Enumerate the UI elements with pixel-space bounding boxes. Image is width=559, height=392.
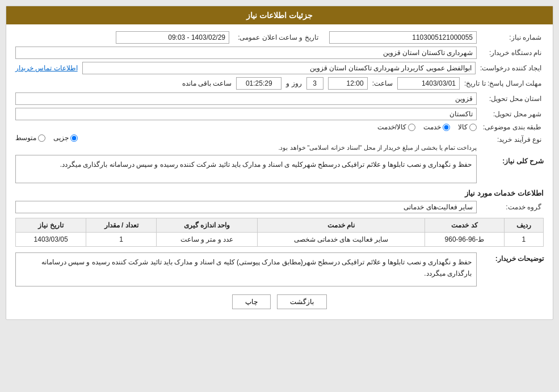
purchase-type-jazei-option[interactable]: جزیی xyxy=(53,134,78,142)
page-header-title: جزئیات اطلاعات نیاز xyxy=(6,6,553,24)
group-value: سایر فعالیت‌های خدماتی xyxy=(15,201,477,213)
table-cell-name: سایر فعالیت های خدماتی شخصی xyxy=(257,233,424,247)
footer-buttons: بازگشت چاپ xyxy=(15,294,544,309)
purchase-note: پرداخت تمام یا بخشی از مبلغ خریدار از مح… xyxy=(15,144,477,151)
category-khadamat-radio[interactable] xyxy=(443,124,450,131)
col-header-name: نام خدمت xyxy=(257,218,424,233)
col-header-date: تاریخ نیاز xyxy=(16,218,86,233)
category-kala-radio[interactable] xyxy=(469,124,477,131)
category-kala-option[interactable]: کالا xyxy=(458,123,477,131)
date-value: 1403/02/29 - 09:03 xyxy=(116,31,229,44)
remaining-label: ساعت باقی مانده xyxy=(182,79,232,87)
category-kala-khadamat-radio[interactable] xyxy=(408,124,415,131)
table-row: 1ط-96-96-960سایر فعالیت های خدماتی شخصیع… xyxy=(16,233,544,247)
purchase-type-motavaset-radio[interactable] xyxy=(38,134,45,142)
group-label: گروه خدمت: xyxy=(481,203,544,211)
category-khadamat-label: خدمت xyxy=(423,123,441,131)
col-header-unit: واحد اندازه گیری xyxy=(157,218,258,233)
deadline-label: مهلت ارسال پاسخ: تا تاریخ: xyxy=(464,79,544,87)
services-table: ردیف کد خدمت نام خدمت واحد اندازه گیری ت… xyxy=(15,218,544,247)
creator-label: ایجاد کننده درخواست: xyxy=(480,64,544,72)
city-label: شهر محل تحویل: xyxy=(481,110,544,118)
description-label: شرح کلی نیاز: xyxy=(481,155,544,165)
purchase-type-jazei-label: جزیی xyxy=(53,134,69,142)
deadline-time: 12:00 xyxy=(328,77,368,90)
city-value: تاکستان xyxy=(15,108,477,120)
category-radio-group: کالا/خدمت خدمت کالا xyxy=(377,123,477,131)
services-section-title: اطلاعات خدمات مورد نیاز xyxy=(15,189,544,197)
province-label: استان محل تحویل: xyxy=(481,95,544,103)
col-header-row: ردیف xyxy=(504,218,543,233)
tender-number-label: شماره نیاز: xyxy=(481,33,544,41)
tender-number-value: 1103005121000055 xyxy=(329,31,477,44)
date-label: تاریخ و ساعت اعلان عمومی: xyxy=(234,33,325,41)
creator-value: ابوالفضل عمویی کاربردار شهرداری تاکستان … xyxy=(82,62,476,74)
col-header-code: کد خدمت xyxy=(425,218,505,233)
deadline-days: 3 xyxy=(306,77,323,90)
buyer-notes-text: حفظ و نگهداری و نصب تابلوها و علائم تراف… xyxy=(15,252,477,286)
remaining-time: 01:25:29 xyxy=(236,77,281,90)
print-button[interactable]: چاپ xyxy=(232,294,271,309)
buyer-value: شهرداری تاکستان استان قزوین xyxy=(15,47,477,59)
table-cell-code: ط-96-96-960 xyxy=(425,233,505,247)
buyer-notes-label: توضیحات خریدار: xyxy=(481,252,544,263)
table-cell-row: 1 xyxy=(504,233,543,247)
table-cell-unit: عدد و متر و ساعت xyxy=(157,233,258,247)
province-value: قزوین xyxy=(15,92,477,105)
buyer-label: نام دستگاه خریدار: xyxy=(481,49,544,57)
table-cell-date: 1403/03/05 xyxy=(16,233,86,247)
category-khadamat-option[interactable]: خدمت xyxy=(423,123,450,131)
category-kala-label: کالا xyxy=(458,123,468,131)
deadline-date: 1403/03/01 xyxy=(397,77,460,90)
purchase-type-label: نوع فرآیند خرید: xyxy=(481,134,544,144)
purchase-type-motavaset-label: متوسط xyxy=(15,134,36,142)
contact-link[interactable]: اطلاعات تماس خریدار xyxy=(15,64,78,72)
category-label: طبقه بندی موضوعی: xyxy=(481,123,544,131)
deadline-days-label: روز و xyxy=(286,79,301,87)
col-header-qty: تعداد / مقدار xyxy=(86,218,157,233)
purchase-type-jazei-radio[interactable] xyxy=(70,134,78,142)
back-button[interactable]: بازگشت xyxy=(277,294,327,309)
description-text: حفظ و نگهداری و نصب تابلوها و علائم تراف… xyxy=(15,155,477,183)
deadline-time-label: ساعت: xyxy=(372,79,393,87)
purchase-type-motavaset-option[interactable]: متوسط xyxy=(15,134,45,142)
table-cell-quantity: 1 xyxy=(86,233,157,247)
category-kala-khadamat-label: کالا/خدمت xyxy=(377,123,406,131)
category-kala-khadamat-option[interactable]: کالا/خدمت xyxy=(377,123,415,131)
